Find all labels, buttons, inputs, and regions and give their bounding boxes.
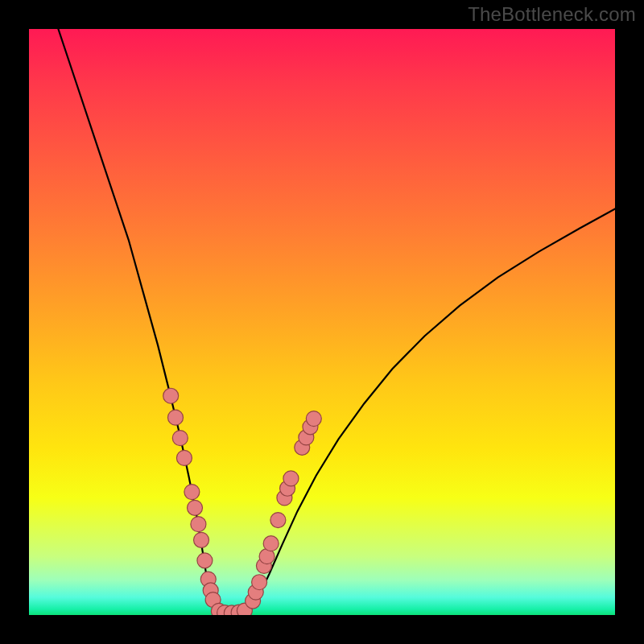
chart-marker <box>176 450 192 465</box>
chart-marker <box>197 553 213 568</box>
chart-marker <box>191 517 206 532</box>
chart-marker <box>194 532 209 547</box>
chart-marker <box>283 471 299 486</box>
chart-marker <box>163 388 179 403</box>
chart-marker <box>263 536 279 551</box>
chart-marker <box>306 411 321 427</box>
chart-marker <box>252 575 267 590</box>
chart-plot-area <box>29 29 615 615</box>
chart-marker <box>188 500 203 515</box>
chart-marker <box>172 431 188 446</box>
chart-markers <box>163 388 322 615</box>
chart-curve <box>58 29 615 613</box>
chart-marker <box>184 485 200 500</box>
chart-svg <box>29 29 615 615</box>
chart-marker <box>168 410 184 425</box>
watermark-text: TheBottleneck.com <box>468 3 636 26</box>
chart-marker <box>270 513 286 528</box>
